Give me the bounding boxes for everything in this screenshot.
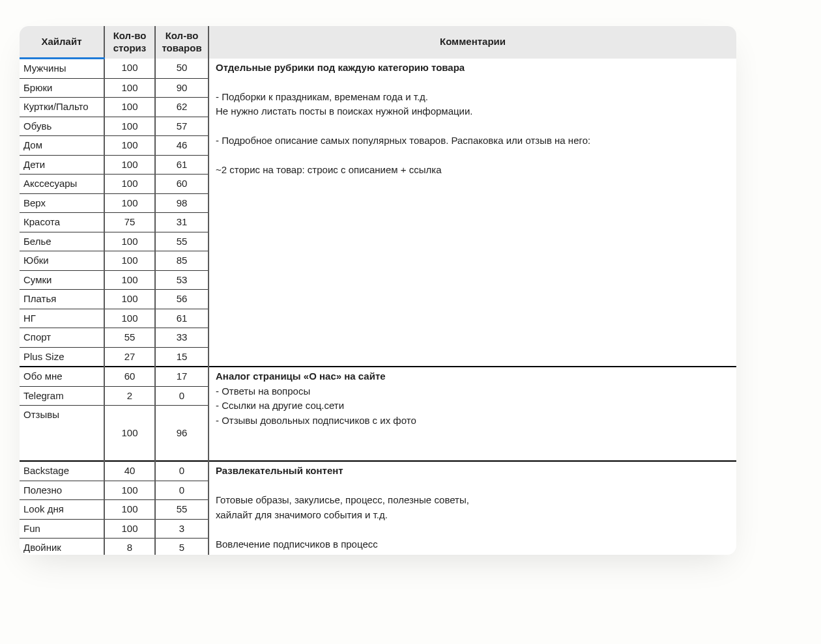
cell-products: 57 <box>155 117 209 136</box>
cell-products: 50 <box>155 59 209 79</box>
cell-highlight: Акссесуары <box>20 175 104 194</box>
cell-highlight: Обувь <box>20 117 104 136</box>
comment-title: Развлекательный контент <box>216 464 731 479</box>
cell-stories: 100 <box>104 270 155 290</box>
cell-highlight: Двойник <box>20 539 104 555</box>
cell-highlight: Отзывы <box>20 406 104 462</box>
cell-stories: 100 <box>104 251 155 271</box>
cell-stories: 100 <box>104 519 155 539</box>
cell-highlight: Полезно <box>20 481 104 500</box>
cell-products: 5 <box>155 539 209 555</box>
cell-products: 3 <box>155 519 209 539</box>
cell-stories: 100 <box>104 59 155 79</box>
cell-highlight: Куртки/Пальто <box>20 98 104 117</box>
cell-highlight: Платья <box>20 290 104 309</box>
cell-highlight: Юбки <box>20 251 104 271</box>
cell-products: 33 <box>155 328 209 348</box>
comment-line: Вовлечение подписчиков в процесс <box>216 537 731 552</box>
cell-stories: 40 <box>104 461 155 481</box>
cell-highlight: Plus Size <box>20 347 104 367</box>
comment-line: - Подробное описание самых популярных то… <box>216 133 731 148</box>
cell-products: 61 <box>155 155 209 175</box>
comment-line: - Ссылки на другие соц.сети <box>216 399 731 413</box>
comment-title: Отдельные рубрики под каждую категорию т… <box>216 61 731 76</box>
cell-stories: 100 <box>104 175 155 194</box>
cell-products: 53 <box>155 270 209 290</box>
cell-highlight: Backstage <box>20 461 104 481</box>
cell-comment: Развлекательный контент Готовые образы, … <box>209 461 736 555</box>
cell-highlight: Спорт <box>20 328 104 348</box>
table-header-row: Хайлайт Кол-во сториз Кол-во товаров Ком… <box>20 26 736 59</box>
cell-highlight: Белье <box>20 232 104 251</box>
cell-stories: 27 <box>104 347 155 367</box>
cell-products: 60 <box>155 175 209 194</box>
cell-stories: 60 <box>104 367 155 386</box>
col-products: Кол-во товаров <box>155 26 209 59</box>
cell-highlight: Красота <box>20 213 104 232</box>
cell-products: 90 <box>155 78 209 98</box>
comment-line <box>216 479 731 494</box>
cell-highlight: Дом <box>20 136 104 156</box>
cell-products: 62 <box>155 98 209 117</box>
cell-highlight: Верх <box>20 193 104 213</box>
comment-line <box>216 522 731 537</box>
cell-products: 55 <box>155 500 209 520</box>
comment-line: хайлайт для значимого события и т.д. <box>216 508 731 523</box>
cell-stories: 55 <box>104 328 155 348</box>
cell-products: 0 <box>155 481 209 500</box>
comment-line: - Ответы на вопросы <box>216 384 731 399</box>
col-highlight: Хайлайт <box>20 26 104 59</box>
cell-stories: 100 <box>104 193 155 213</box>
cell-products: 61 <box>155 309 209 328</box>
comment-line: Не нужно листать посты в поисках нужной … <box>216 104 731 119</box>
cell-highlight: Сумки <box>20 270 104 290</box>
comment-title: Аналог страницы «О нас» на сайте <box>216 369 731 384</box>
cell-products: 85 <box>155 251 209 271</box>
cell-highlight: Fun <box>20 519 104 539</box>
comment-line: Готовые образы, закулисье, процесс, поле… <box>216 493 731 508</box>
table-row: Backstage400Развлекательный контент Гото… <box>20 461 736 481</box>
highlights-table: Хайлайт Кол-во сториз Кол-во товаров Ком… <box>20 26 736 555</box>
cell-products: 55 <box>155 232 209 251</box>
comment-line <box>216 75 731 90</box>
cell-comment: Аналог страницы «О нас» на сайте- Ответы… <box>209 367 736 461</box>
col-comments: Комментарии <box>209 26 736 59</box>
table-row: Мужчины10050Отдельные рубрики под каждую… <box>20 59 736 79</box>
cell-stories: 100 <box>104 500 155 520</box>
cell-stories: 100 <box>104 481 155 500</box>
cell-stories: 100 <box>104 98 155 117</box>
cell-stories: 100 <box>104 290 155 309</box>
cell-comment: Отдельные рубрики под каждую категорию т… <box>209 59 736 367</box>
col-stories: Кол-во сториз <box>104 26 155 59</box>
cell-products: 0 <box>155 461 209 481</box>
comment-line: ~2 сторис на товар: строис с описанием +… <box>216 163 731 178</box>
cell-products: 46 <box>155 136 209 156</box>
cell-products: 56 <box>155 290 209 309</box>
cell-highlight: НГ <box>20 309 104 328</box>
table-row: Обо мне6017Аналог страницы «О нас» на са… <box>20 367 736 386</box>
comment-line: - Подборки к праздникам, временам года и… <box>216 90 731 105</box>
cell-products: 17 <box>155 367 209 386</box>
cell-stories: 8 <box>104 539 155 555</box>
table-card: Хайлайт Кол-во сториз Кол-во товаров Ком… <box>20 26 736 555</box>
cell-stories: 100 <box>104 78 155 98</box>
cell-products: 0 <box>155 386 209 406</box>
cell-highlight: Дети <box>20 155 104 175</box>
cell-highlight: Look дня <box>20 500 104 520</box>
cell-highlight: Мужчины <box>20 59 104 79</box>
cell-products: 15 <box>155 347 209 367</box>
cell-stories: 100 <box>104 136 155 156</box>
cell-highlight: Обо мне <box>20 367 104 386</box>
comment-line <box>216 119 731 134</box>
cell-stories: 75 <box>104 213 155 232</box>
cell-highlight: Telegram <box>20 386 104 406</box>
comment-line <box>216 148 731 163</box>
cell-stories: 100 <box>104 232 155 251</box>
cell-stories: 2 <box>104 386 155 406</box>
cell-products: 96 <box>155 406 209 462</box>
cell-stories: 100 <box>104 155 155 175</box>
cell-highlight: Брюки <box>20 78 104 98</box>
cell-products: 31 <box>155 213 209 232</box>
cell-products: 98 <box>155 193 209 213</box>
cell-stories: 100 <box>104 406 155 462</box>
